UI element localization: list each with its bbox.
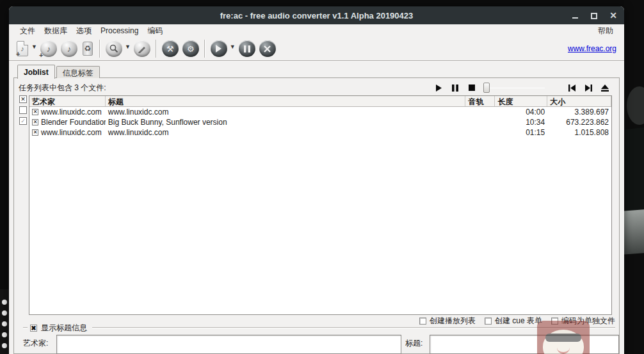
menu-file[interactable]: 文件 xyxy=(15,24,40,37)
joblist-row[interactable]: ✕www.linuxidc.com www.linuxidc.com 01:15… xyxy=(29,127,611,138)
stop-encoding-icon[interactable] xyxy=(259,40,276,57)
artist-field-label: 艺术家: xyxy=(23,338,48,349)
maximize-button[interactable] xyxy=(590,11,599,20)
cell-size: 1.015.808 xyxy=(547,127,611,138)
selection-buttons: ✕ ✓ xyxy=(19,95,27,125)
close-button[interactable]: ✕ xyxy=(609,11,618,20)
title-field-label: 标题: xyxy=(405,338,423,349)
column-header-size[interactable]: 大小 xyxy=(547,96,611,106)
freac-website-link[interactable]: www.freac.org xyxy=(568,44,616,53)
freac-window: fre:ac - free audio converter v1.1 Alpha… xyxy=(9,6,624,354)
toolbar-separator xyxy=(99,40,101,58)
play-button[interactable] xyxy=(432,82,445,93)
toggle-selection-button[interactable]: ✓ xyxy=(19,117,27,125)
add-files-dropdown-icon[interactable]: ▼ xyxy=(31,44,37,50)
joblist-header: 艺术家 标题 音轨 长度 大小 xyxy=(29,96,611,107)
row-checkbox[interactable]: ✕ xyxy=(32,119,38,125)
start-encoding-icon[interactable] xyxy=(211,40,227,57)
watermark-logo xyxy=(537,321,590,354)
transport-controls xyxy=(432,81,611,94)
pause-button[interactable] xyxy=(449,82,462,93)
pause-encoding-icon[interactable] xyxy=(239,40,255,57)
cell-artist: www.linuxidc.com xyxy=(41,108,102,117)
menu-processing[interactable]: Processing xyxy=(96,24,143,37)
joblist-pane: 任务列表中包含 3 个文件: xyxy=(13,77,620,354)
column-header-artist[interactable]: 艺术家 xyxy=(29,96,106,106)
minimize-button[interactable] xyxy=(570,11,579,20)
cddb-query-icon[interactable] xyxy=(106,40,122,57)
encoder-settings-icon[interactable]: ⚒ xyxy=(162,40,179,57)
cell-size: 673.223.862 xyxy=(547,117,611,127)
general-settings-icon[interactable]: ⚙ xyxy=(182,40,199,57)
watermark-sunglasses xyxy=(545,334,581,342)
cell-title: Big Buck Bunny, Sunflower version xyxy=(106,117,466,127)
music-file-icon[interactable]: ♪ xyxy=(61,40,77,57)
tab-joblist[interactable]: Joblist xyxy=(17,65,55,79)
wallpaper-left-fragment xyxy=(0,289,9,354)
cell-track xyxy=(465,107,495,117)
column-header-title[interactable]: 标题 xyxy=(106,96,466,106)
artist-input[interactable] xyxy=(56,335,401,354)
cell-length: 04:00 xyxy=(495,107,547,117)
next-track-button[interactable] xyxy=(582,82,595,93)
menu-options[interactable]: 选项 xyxy=(72,24,96,37)
menubar: 文件 数据库 选项 Processing 编码 帮助 xyxy=(9,24,624,37)
tabstrip: Joblist 信息标签 xyxy=(17,64,101,78)
toolbar: ♪+ ▼ ♪+ ♪ ♻ ▼ ⚒ ⚙ ▼ xyxy=(9,37,624,61)
title-info-groupbox: ✖ 显示标题信息 xyxy=(23,323,615,333)
add-cd-contents-icon[interactable]: ♪+ xyxy=(40,40,57,57)
cddb-submit-icon[interactable] xyxy=(134,40,150,57)
tab-info-tags[interactable]: 信息标签 xyxy=(56,66,100,78)
titlebar[interactable]: fre:ac - free audio converter v1.1 Alpha… xyxy=(9,6,624,24)
joblist-status-text: 任务列表中包含 3 个文件: xyxy=(19,83,106,93)
row-checkbox[interactable]: ✕ xyxy=(32,109,38,115)
column-header-track[interactable]: 音轨 xyxy=(465,96,495,106)
menu-help[interactable]: 帮助 xyxy=(593,24,618,37)
start-encoding-dropdown-icon[interactable]: ▼ xyxy=(230,44,236,50)
seek-slider-handle[interactable] xyxy=(483,83,490,93)
cell-track xyxy=(465,127,495,138)
joblist-row[interactable]: ✕Blender Foundation 2008 Big Buck Bunny,… xyxy=(29,117,611,127)
cddb-query-dropdown-icon[interactable]: ▼ xyxy=(125,44,131,50)
tag-fields: 艺术家: 标题: xyxy=(14,334,619,354)
show-title-info-label: 显示标题信息 xyxy=(41,323,87,334)
desktop: fre:ac - free audio converter v1.1 Alpha… xyxy=(0,0,644,354)
select-all-button[interactable]: ✕ xyxy=(19,95,27,103)
row-checkbox[interactable]: ✕ xyxy=(32,129,38,136)
wallpaper-right-fragment xyxy=(624,0,644,354)
menu-encode[interactable]: 编码 xyxy=(143,24,167,37)
seek-slider[interactable] xyxy=(483,82,545,93)
joblist-row[interactable]: ✕www.linuxidc.com www.linuxidc.com 04:00… xyxy=(29,107,611,117)
select-none-button[interactable] xyxy=(19,106,27,114)
toolbar-separator xyxy=(156,40,157,58)
menu-database[interactable]: 数据库 xyxy=(40,24,72,37)
toolbar-separator xyxy=(204,40,205,58)
cell-title: www.linuxidc.com xyxy=(106,127,466,138)
title-input[interactable] xyxy=(430,335,619,354)
cell-artist: Blender Foundation 2008 xyxy=(41,118,106,127)
previous-track-button[interactable] xyxy=(565,82,578,93)
column-header-length[interactable]: 长度 xyxy=(495,96,547,106)
window-title: fre:ac - free audio converter v1.1 Alpha… xyxy=(220,11,414,20)
joblist-table: 艺术家 标题 音轨 长度 大小 ✕www.linuxidc.com www.li… xyxy=(29,95,612,315)
show-title-info-checkbox[interactable]: ✖ xyxy=(30,325,37,332)
cell-length: 10:34 xyxy=(495,117,547,127)
cell-length: 01:15 xyxy=(495,127,547,138)
stop-button[interactable] xyxy=(465,82,478,93)
cell-artist: www.linuxidc.com xyxy=(41,128,102,137)
cell-title: www.linuxidc.com xyxy=(106,107,466,117)
cell-track xyxy=(465,117,495,127)
add-files-icon[interactable]: ♪+ xyxy=(17,41,28,56)
remove-all-entries-icon[interactable]: ♻ xyxy=(83,42,93,56)
eject-button[interactable] xyxy=(599,82,611,93)
cell-size: 3.389.697 xyxy=(547,107,611,117)
